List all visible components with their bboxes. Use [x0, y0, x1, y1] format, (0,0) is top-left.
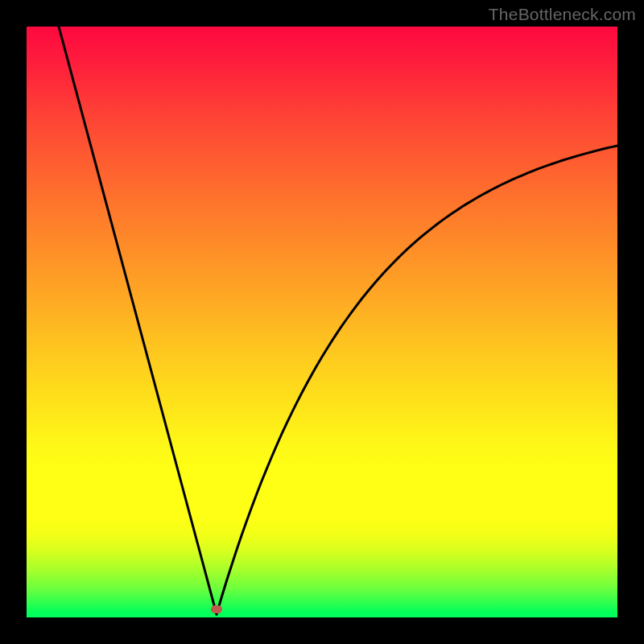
chart-frame: TheBottleneck.com	[0, 0, 644, 644]
watermark-text: TheBottleneck.com	[489, 5, 636, 24]
bottleneck-curve	[27, 27, 617, 617]
curve-left-branch	[59, 27, 217, 614]
curve-right-branch	[217, 146, 617, 614]
plot-area	[27, 27, 617, 617]
vertex-marker	[211, 605, 222, 613]
